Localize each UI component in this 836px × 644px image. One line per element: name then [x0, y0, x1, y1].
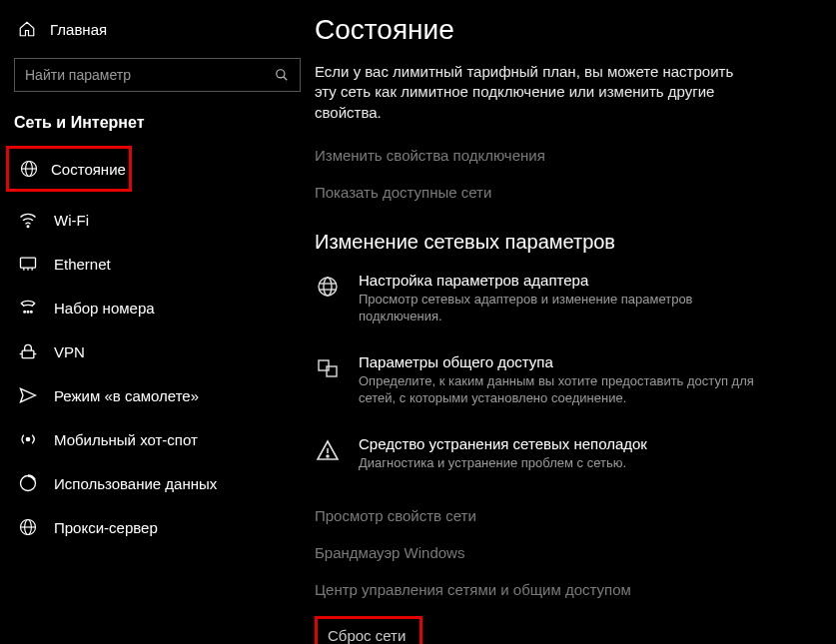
sidebar: Главная Сеть и Интернет Состояние — [0, 0, 315, 644]
highlight-status: Состояние — [6, 146, 132, 192]
svg-point-11 — [27, 311, 29, 313]
sidebar-item-label: Использование данных — [54, 475, 217, 492]
home-label: Главная — [50, 21, 107, 38]
bottom-links: Просмотр свойств сети Брандмауэр Windows… — [315, 499, 806, 644]
link-view-network-props[interactable]: Просмотр свойств сети — [315, 499, 806, 536]
wifi-icon — [18, 210, 38, 230]
option-desc: Просмотр сетевых адаптеров и изменение п… — [359, 291, 774, 325]
globe-icon — [315, 274, 341, 300]
search-input[interactable] — [25, 67, 274, 83]
data-usage-icon — [18, 473, 38, 493]
svg-point-10 — [24, 311, 26, 313]
sidebar-item-proxy[interactable]: Прокси-сервер — [0, 505, 315, 549]
svg-rect-6 — [21, 258, 36, 268]
link-network-reset[interactable]: Сброс сети — [318, 619, 419, 644]
sidebar-item-label: Ethernet — [54, 256, 111, 273]
sidebar-item-dialup[interactable]: Набор номера — [0, 286, 315, 329]
sidebar-item-label: Набор номера — [54, 300, 155, 317]
sidebar-item-label: Wi-Fi — [54, 212, 89, 229]
sidebar-item-label: Прокси-сервер — [54, 519, 158, 536]
option-troubleshooter[interactable]: Средство устранения сетевых неполадок Ди… — [315, 435, 774, 500]
svg-point-5 — [27, 226, 29, 228]
proxy-icon — [18, 517, 38, 537]
airplane-icon — [18, 385, 38, 405]
svg-point-16 — [26, 437, 29, 440]
svg-point-21 — [319, 278, 337, 296]
warning-icon — [315, 437, 341, 463]
link-change-connection-props[interactable]: Изменить свойства подключения — [315, 139, 806, 176]
search-icon — [274, 67, 290, 83]
sidebar-item-status[interactable]: Состояние — [9, 149, 129, 189]
status-icon — [19, 159, 39, 179]
option-adapter-settings[interactable]: Настройка параметров адаптера Просмотр с… — [315, 272, 774, 353]
sidebar-item-label: Мобильный хот-спот — [54, 431, 198, 448]
option-sharing-settings[interactable]: Параметры общего доступа Определите, к к… — [315, 353, 774, 435]
sidebar-item-label: VPN — [54, 343, 85, 360]
content-area: Состояние Если у вас лимитный тарифный п… — [315, 0, 836, 644]
dialup-icon — [18, 298, 38, 318]
svg-point-22 — [324, 278, 332, 296]
svg-rect-13 — [22, 350, 34, 358]
svg-point-12 — [31, 311, 33, 313]
option-title: Настройка параметров адаптера — [359, 272, 774, 291]
option-title: Средство устранения сетевых неполадок — [359, 435, 647, 454]
sharing-icon — [315, 355, 341, 381]
sidebar-item-hotspot[interactable]: Мобильный хот-спот — [0, 417, 315, 461]
svg-line-1 — [284, 77, 288, 81]
link-show-available-networks[interactable]: Показать доступные сети — [315, 176, 806, 213]
search-box[interactable] — [14, 58, 301, 92]
sidebar-item-airplane[interactable]: Режим «в самолете» — [0, 373, 315, 417]
sidebar-item-wifi[interactable]: Wi-Fi — [0, 198, 315, 242]
link-windows-firewall[interactable]: Брандмауэр Windows — [315, 536, 806, 573]
page-title: Состояние — [315, 10, 806, 62]
intro-paragraph: Если у вас лимитный тарифный план, вы мо… — [315, 62, 744, 139]
sidebar-item-datausage[interactable]: Использование данных — [0, 461, 315, 505]
ethernet-icon — [18, 254, 38, 274]
home-icon — [18, 20, 36, 38]
option-desc: Диагностика и устранение проблем с сетью… — [359, 454, 647, 472]
sidebar-section-title: Сеть и Интернет — [0, 110, 315, 146]
sidebar-item-label: Режим «в самолете» — [54, 387, 199, 404]
option-desc: Определите, к каким данным вы хотите пре… — [359, 372, 774, 407]
vpn-icon — [18, 341, 38, 361]
sidebar-item-label: Состояние — [51, 161, 126, 178]
home-link[interactable]: Главная — [0, 14, 315, 50]
svg-point-0 — [277, 70, 285, 78]
option-title: Параметры общего доступа — [359, 353, 774, 372]
sidebar-item-ethernet[interactable]: Ethernet — [0, 242, 315, 286]
hotspot-icon — [18, 429, 38, 449]
highlight-network-reset: Сброс сети — [315, 616, 422, 644]
link-network-sharing-center[interactable]: Центр управления сетями и общим доступом — [315, 573, 806, 610]
svg-point-28 — [327, 455, 329, 457]
sidebar-item-vpn[interactable]: VPN — [0, 329, 315, 373]
subheading-change-net-params: Изменение сетевых параметров — [315, 213, 806, 272]
